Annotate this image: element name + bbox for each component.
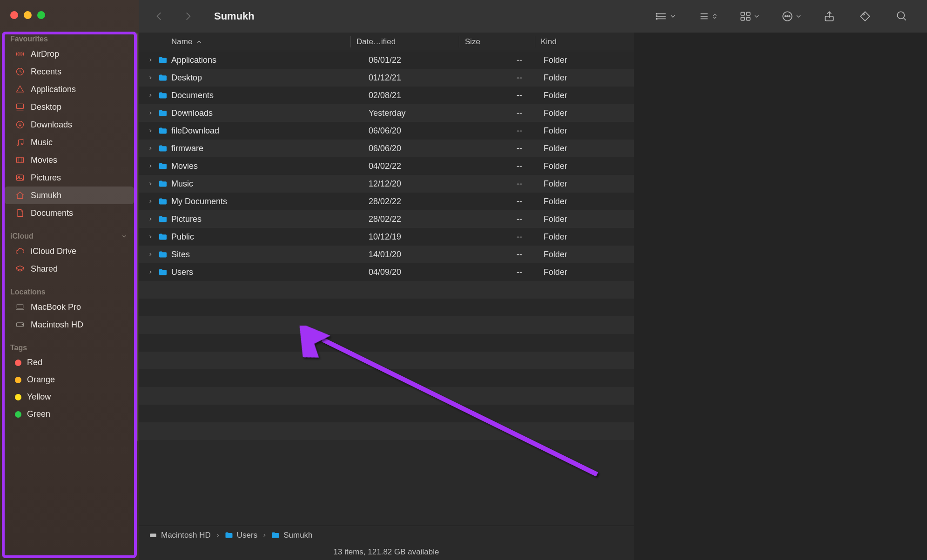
sidebar-item-label: Documents xyxy=(31,208,73,218)
back-button[interactable] xyxy=(150,7,168,26)
table-row[interactable]: My Documents28/02/22--Folder xyxy=(139,193,634,210)
view-list-icon[interactable] xyxy=(694,7,713,26)
sort-toggle-icon[interactable] xyxy=(711,13,719,20)
folder-icon xyxy=(158,145,171,152)
row-size: -- xyxy=(471,108,541,118)
sidebar-section-header[interactable]: Locations xyxy=(0,286,139,298)
view-compact-icon[interactable] xyxy=(652,7,671,26)
disclosure-icon[interactable] xyxy=(148,252,158,257)
airdrop-icon xyxy=(15,49,25,59)
svg-point-22 xyxy=(656,18,657,19)
row-kind: Folder xyxy=(541,73,634,83)
disclosure-icon[interactable] xyxy=(148,93,158,98)
sidebar-item[interactable]: AirDrop xyxy=(5,45,134,63)
row-kind: Folder xyxy=(541,126,634,136)
table-row[interactable]: Desktop01/12/21--Folder xyxy=(139,69,634,87)
col-size[interactable]: Size xyxy=(465,37,535,47)
table-row[interactable]: Public10/12/19--Folder xyxy=(139,228,634,246)
close-button[interactable] xyxy=(10,11,18,19)
row-kind: Folder xyxy=(541,179,634,189)
folder-icon xyxy=(158,180,171,187)
sidebar-item[interactable]: Red xyxy=(5,354,134,371)
sidebar-section-header[interactable]: iCloud xyxy=(0,230,139,242)
col-name[interactable]: Name xyxy=(171,37,192,47)
svg-rect-8 xyxy=(17,157,24,163)
group-icon[interactable] xyxy=(736,7,755,26)
table-row[interactable]: Movies04/02/22--Folder xyxy=(139,157,634,175)
sidebar-item-label: Movies xyxy=(31,155,57,165)
disclosure-icon[interactable] xyxy=(148,146,158,151)
sidebar-item[interactable]: Applications xyxy=(5,80,134,98)
disclosure-icon[interactable] xyxy=(148,75,158,80)
sidebar-item[interactable]: Macintosh HD xyxy=(5,316,134,333)
sort-asc-icon xyxy=(196,39,202,45)
svg-rect-2 xyxy=(17,104,24,108)
tag-icon[interactable] xyxy=(856,7,875,26)
path-label: Users xyxy=(237,531,257,540)
row-kind: Folder xyxy=(541,250,634,260)
chevron-down-icon xyxy=(753,13,760,20)
sidebar-item[interactable]: Pictures xyxy=(5,169,134,187)
sidebar-item[interactable]: MacBook Pro xyxy=(5,298,134,316)
sidebar-item-label: Applications xyxy=(31,85,76,94)
tag-dot xyxy=(15,411,21,418)
path-segment[interactable]: Macintosh HD xyxy=(149,531,211,540)
chevron-down-icon[interactable] xyxy=(121,233,128,240)
sidebar-item[interactable]: Documents xyxy=(5,204,134,222)
minimize-button[interactable] xyxy=(24,11,32,19)
forward-button[interactable] xyxy=(179,7,197,26)
share-icon[interactable] xyxy=(820,7,839,26)
disclosure-icon[interactable] xyxy=(148,58,158,62)
table-row[interactable]: fileDownload06/06/20--Folder xyxy=(139,122,634,140)
table-row[interactable]: Users04/09/20--Folder xyxy=(139,263,634,281)
action-menu-icon[interactable] xyxy=(778,7,797,26)
table-row[interactable]: Sites14/01/20--Folder xyxy=(139,246,634,263)
sidebar-section-header[interactable]: Favourites xyxy=(0,33,139,45)
toolbar: Sumukh xyxy=(139,0,927,33)
sidebar-item[interactable]: Shared xyxy=(5,260,134,278)
table-row[interactable]: firmware06/06/20--Folder xyxy=(139,140,634,157)
table-row[interactable]: Applications06/01/22--Folder xyxy=(139,51,634,69)
row-name: Music xyxy=(171,179,369,189)
disclosure-icon[interactable] xyxy=(148,199,158,204)
search-icon[interactable] xyxy=(893,7,911,26)
table-row[interactable]: Documents02/08/21--Folder xyxy=(139,87,634,104)
sidebar-section-label: Tags xyxy=(10,344,27,352)
table-row[interactable]: Pictures28/02/22--Folder xyxy=(139,210,634,228)
sidebar-item[interactable]: iCloud Drive xyxy=(5,242,134,260)
disclosure-icon[interactable] xyxy=(148,111,158,115)
sidebar-item[interactable]: Sumukh xyxy=(5,187,134,204)
sidebar-item[interactable]: Orange xyxy=(5,371,134,388)
sidebar-item[interactable]: Music xyxy=(5,133,134,151)
col-kind[interactable]: Kind xyxy=(541,37,634,47)
svg-rect-13 xyxy=(17,304,23,308)
disclosure-icon[interactable] xyxy=(148,270,158,274)
folder-icon xyxy=(158,215,171,223)
disclosure-icon[interactable] xyxy=(148,181,158,186)
sidebar-item[interactable]: Yellow xyxy=(5,388,134,406)
disclosure-icon[interactable] xyxy=(148,234,158,239)
sidebar-section-header[interactable]: Tags xyxy=(0,342,139,354)
folder-icon xyxy=(158,92,171,99)
path-label: Sumukh xyxy=(283,531,312,540)
row-date: 01/12/21 xyxy=(369,73,471,83)
col-date[interactable]: Date…ified xyxy=(356,37,459,47)
sidebar-scrollbar[interactable] xyxy=(133,33,139,555)
maximize-button[interactable] xyxy=(37,11,45,19)
sidebar-item-label: Music xyxy=(31,138,53,147)
disclosure-icon[interactable] xyxy=(148,164,158,168)
table-row[interactable]: Music12/12/20--Folder xyxy=(139,175,634,193)
sidebar-item[interactable]: Recents xyxy=(5,63,134,80)
disclosure-icon[interactable] xyxy=(148,128,158,133)
path-segment[interactable]: Users xyxy=(225,531,257,540)
sidebar-item[interactable]: Downloads xyxy=(5,116,134,133)
table-row[interactable]: DownloadsYesterday--Folder xyxy=(139,104,634,122)
sidebar-item[interactable]: Desktop xyxy=(5,98,134,116)
path-segment[interactable]: Sumukh xyxy=(271,531,312,540)
row-kind: Folder xyxy=(541,108,634,118)
row-size: -- xyxy=(471,73,541,83)
sidebar-item[interactable]: Movies xyxy=(5,151,134,169)
svg-rect-32 xyxy=(746,17,750,20)
sidebar-item[interactable]: Green xyxy=(5,406,134,423)
disclosure-icon[interactable] xyxy=(148,217,158,221)
